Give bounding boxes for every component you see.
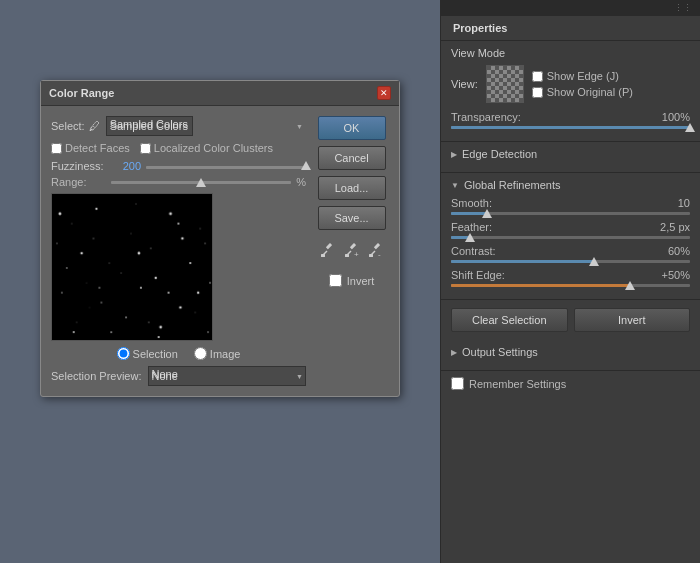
dialog-titlebar: Color Range ✕ xyxy=(41,81,399,106)
selection-preview-select-wrapper[interactable]: None None xyxy=(148,366,307,386)
select-row: Select: 🖊 Sampled Colors Sampled Colors xyxy=(51,116,306,136)
dialog-body: Select: 🖊 Sampled Colors Sampled Colors … xyxy=(41,106,399,396)
remember-settings-checkbox[interactable] xyxy=(451,377,464,390)
remember-settings-label: Remember Settings xyxy=(469,378,566,390)
remember-settings-row: Remember Settings xyxy=(441,371,700,396)
fuzziness-track[interactable] xyxy=(146,166,306,169)
global-refinements-section: ▼ Global Refinements Smooth: 10 Feather:… xyxy=(441,173,700,300)
transparency-thumb[interactable] xyxy=(685,123,695,132)
show-edge-checkbox[interactable] xyxy=(532,71,543,82)
svg-rect-2 xyxy=(321,254,325,257)
range-thumb[interactable] xyxy=(196,178,206,187)
fuzziness-thumb[interactable] xyxy=(301,161,311,170)
load-button[interactable]: Load... xyxy=(318,176,386,200)
invert-button[interactable]: Invert xyxy=(574,308,691,332)
panel-dots: ⋮⋮ xyxy=(674,3,692,13)
fuzziness-value: 200 xyxy=(111,160,141,172)
shift-edge-slider[interactable] xyxy=(451,284,690,287)
contrast-slider[interactable] xyxy=(451,260,690,263)
properties-panel: ⋮⋮ Properties View Mode View: Show Edge … xyxy=(440,0,700,563)
svg-text:+: + xyxy=(354,250,359,258)
select-label: Select: xyxy=(51,120,85,132)
global-refinements-toggle-icon: ▼ xyxy=(451,181,459,190)
dialog-title: Color Range xyxy=(49,87,114,99)
feather-thumb[interactable] xyxy=(465,233,475,242)
save-button[interactable]: Save... xyxy=(318,206,386,230)
image-radio-item[interactable]: Image xyxy=(194,347,241,360)
selection-preview-dropdown[interactable]: None xyxy=(148,366,307,386)
selection-radio-item[interactable]: Selection xyxy=(117,347,178,360)
range-track[interactable] xyxy=(111,181,291,184)
selection-preview-label: Selection Preview: xyxy=(51,370,142,382)
detect-faces-item: Detect Faces xyxy=(51,142,130,154)
shift-edge-thumb[interactable] xyxy=(625,281,635,290)
smooth-slider[interactable] xyxy=(451,212,690,215)
view-mode-row: View: Show Edge (J) Show Original (P) xyxy=(451,65,690,103)
detect-faces-checkbox[interactable] xyxy=(51,143,62,154)
range-row: Range: % xyxy=(51,176,306,188)
view-mode-label: View Mode xyxy=(451,47,505,59)
edge-detection-header[interactable]: ▶ Edge Detection xyxy=(451,148,690,160)
smooth-thumb[interactable] xyxy=(482,209,492,218)
close-button[interactable]: ✕ xyxy=(377,86,391,100)
localized-clusters-checkbox[interactable] xyxy=(140,143,151,154)
show-original-checkbox[interactable] xyxy=(532,87,543,98)
ok-button[interactable]: OK xyxy=(318,116,386,140)
global-refinements-label: Global Refinements xyxy=(464,179,561,191)
contrast-label: Contrast: xyxy=(451,245,496,257)
checkbox-row: Detect Faces Localized Color Clusters xyxy=(51,142,306,154)
shift-edge-fill xyxy=(451,284,630,287)
output-settings-header[interactable]: ▶ Output Settings xyxy=(451,346,690,358)
action-btn-row: Clear Selection Invert xyxy=(451,308,690,332)
fuzziness-slider-container xyxy=(146,162,306,171)
invert-checkbox[interactable] xyxy=(329,274,342,287)
localized-clusters-label: Localized Color Clusters xyxy=(154,142,273,154)
transparency-row: Transparency: 100% xyxy=(451,111,690,123)
show-original-option: Show Original (P) xyxy=(532,86,633,98)
global-refinements-header[interactable]: ▼ Global Refinements xyxy=(451,179,690,191)
smooth-value: 10 xyxy=(678,197,690,209)
color-range-dialog: Color Range ✕ Select: 🖊 Sampled Colors S… xyxy=(40,80,400,397)
radio-row: Selection Image xyxy=(51,347,306,360)
select-dropdown[interactable]: Sampled Colors xyxy=(106,116,193,136)
image-radio[interactable] xyxy=(194,347,207,360)
svg-rect-0 xyxy=(325,243,331,249)
view-mode-header: View Mode xyxy=(451,47,690,59)
transparency-slider[interactable] xyxy=(451,126,690,129)
svg-rect-3 xyxy=(349,243,355,249)
view-mode-section: View Mode View: Show Edge (J) Show Origi… xyxy=(441,41,700,142)
detect-faces-label: Detect Faces xyxy=(65,142,130,154)
selection-preview-row: Selection Preview: None None xyxy=(51,366,306,386)
transparency-label: Transparency: xyxy=(451,111,521,123)
cancel-button[interactable]: Cancel xyxy=(318,146,386,170)
contrast-thumb[interactable] xyxy=(589,257,599,266)
select-wrapper[interactable]: Sampled Colors Sampled Colors xyxy=(106,116,306,136)
selection-label: Selection xyxy=(133,348,178,360)
eyedropper-add-icon[interactable]: + xyxy=(342,240,362,260)
eyedropper-row: + - xyxy=(318,240,386,260)
edge-detection-section: ▶ Edge Detection xyxy=(441,142,700,173)
dialog-left-panel: Select: 🖊 Sampled Colors Sampled Colors … xyxy=(51,116,306,386)
eyedropper-small-icon: 🖊 xyxy=(89,120,100,132)
smooth-row: Smooth: 10 xyxy=(451,197,690,209)
selection-radio[interactable] xyxy=(117,347,130,360)
svg-rect-5 xyxy=(345,254,349,257)
contrast-fill xyxy=(451,260,594,263)
feather-slider[interactable] xyxy=(451,236,690,239)
properties-tab[interactable]: Properties xyxy=(441,16,700,41)
localized-clusters-item: Localized Color Clusters xyxy=(140,142,273,154)
view-thumbnail[interactable] xyxy=(486,65,524,103)
dialog-right-panel: OK Cancel Load... Save... xyxy=(314,116,389,386)
clear-selection-button[interactable]: Clear Selection xyxy=(451,308,568,332)
smooth-label: Smooth: xyxy=(451,197,492,209)
edge-detection-label: Edge Detection xyxy=(462,148,537,160)
eyedropper-remove-icon[interactable]: - xyxy=(366,240,386,260)
svg-rect-9 xyxy=(369,254,373,257)
show-edge-option: Show Edge (J) xyxy=(532,70,633,82)
shift-edge-label: Shift Edge: xyxy=(451,269,505,281)
eyedropper-normal-icon[interactable] xyxy=(318,240,338,260)
fuzziness-row: Fuzziness: 200 xyxy=(51,160,306,172)
shift-edge-value: +50% xyxy=(662,269,690,281)
transparency-fill xyxy=(451,126,690,129)
output-settings-label: Output Settings xyxy=(462,346,538,358)
